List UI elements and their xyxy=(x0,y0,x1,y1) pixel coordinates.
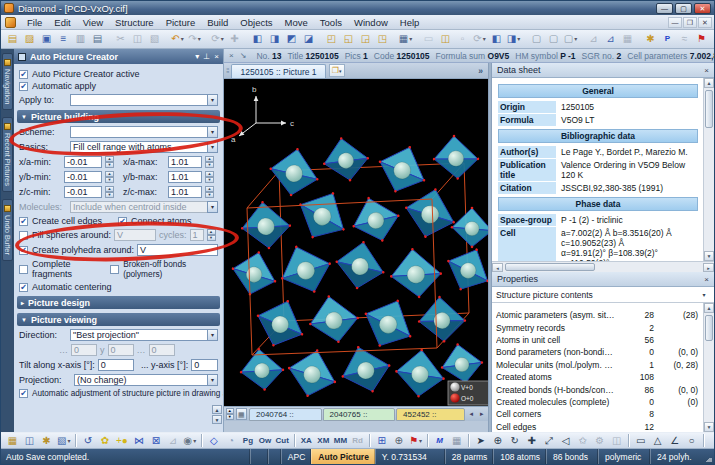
add-atom-icon[interactable]: +● xyxy=(114,433,129,448)
spinner[interactable]: ▲▼ xyxy=(205,171,214,183)
checkbox-broken-bonds[interactable]: Broken-off bonds (polymers) xyxy=(110,259,218,279)
chevron-down-icon[interactable]: ▾ xyxy=(207,126,218,138)
checkbox-checked[interactable]: ✔ xyxy=(19,82,28,91)
reset-view-icon[interactable]: ↺ xyxy=(80,433,95,448)
rotate-icon[interactable]: ↻ xyxy=(507,433,522,448)
table-row[interactable]: Atoms in unit cell56 xyxy=(496,334,700,346)
yb-max-field[interactable]: 1.01 xyxy=(168,171,202,183)
checkbox-create-cell-edges[interactable]: ✔ Create cell edges xyxy=(19,216,115,226)
mm-button[interactable]: MM xyxy=(333,433,348,448)
yb-min-field[interactable]: -0.01 xyxy=(64,171,102,183)
checkbox-apc-active[interactable]: ✔ Auto Picture Creator active xyxy=(19,69,218,79)
section-picture-design[interactable]: ▸ Picture design xyxy=(17,296,220,309)
rd-button[interactable]: Rd xyxy=(350,433,365,448)
scheme-select[interactable]: ▾ xyxy=(70,126,218,138)
wave-icon[interactable]: ≈ xyxy=(677,32,692,47)
cell-icon[interactable]: ⊞ xyxy=(374,433,389,448)
layout-full-icon[interactable]: ◪ xyxy=(301,32,316,47)
torsion-icon[interactable]: ∠ xyxy=(667,433,682,448)
zc-max-field[interactable]: 1.01 xyxy=(168,186,202,198)
table-view-icon[interactable]: ▦▾ xyxy=(398,32,413,47)
properties-filter-select[interactable]: Structure picture contents ▾ xyxy=(492,287,714,303)
sphere-mode-icon[interactable]: ◉▾ xyxy=(182,433,197,448)
basics-select[interactable]: Fill cell range with atoms▾ xyxy=(70,141,218,153)
structure-drawing[interactable]: bcaV+0O+0 xyxy=(224,79,488,406)
structure-canvas[interactable]: bcaV+0O+0 xyxy=(224,79,488,406)
properties-header[interactable]: Properties × xyxy=(492,272,714,287)
panel-header[interactable]: Auto Picture Creator ▾ ⊥ × xyxy=(14,49,223,64)
chevron-down-icon[interactable]: ▾ xyxy=(207,329,218,341)
properties-icon[interactable]: P xyxy=(660,32,675,47)
xm-button[interactable]: XM xyxy=(316,433,331,448)
network-icon[interactable]: ⊠ xyxy=(148,433,163,448)
checkbox-fill-spheres[interactable]: Fill spheres around: xyxy=(19,230,111,240)
swap-alt-icon[interactable]: ◨▾ xyxy=(506,32,521,47)
undo-icon[interactable]: ↶▾ xyxy=(170,32,185,47)
copy-view-icon[interactable]: ◫ xyxy=(22,433,37,448)
layout-left-icon[interactable]: ◧ xyxy=(250,32,265,47)
panel-scrollbar[interactable]: ▲ ▼ xyxy=(212,405,222,424)
anim-icon[interactable]: ◫ xyxy=(609,433,624,448)
tab-list-button[interactable]: ▦ xyxy=(236,408,247,420)
tools-icon[interactable]: ✱ xyxy=(643,32,658,47)
atoms-icon[interactable]: ✿ xyxy=(97,433,112,448)
ruler-icon[interactable]: ▭ xyxy=(633,433,648,448)
tab-picture-active[interactable]: 1250105 :: Picture 1 xyxy=(231,64,325,78)
picture-tab[interactable]: 2040764 :: Picture 1 xyxy=(249,408,322,421)
panel-close-icon[interactable]: × xyxy=(214,52,219,61)
grid-icon[interactable]: ▦ xyxy=(449,433,464,448)
open-icon[interactable]: ▨ xyxy=(22,32,37,47)
menu-window[interactable]: Window xyxy=(348,16,394,29)
picture-tab[interactable]: 2040765 :: Picture 1 xyxy=(323,408,396,421)
tab-scroll-right[interactable]: ▸ xyxy=(478,408,487,420)
panel-menu-icon[interactable]: ▾ xyxy=(195,52,199,61)
window-split-icon[interactable]: ◲ xyxy=(358,32,373,47)
datasheet-header[interactable]: Data sheet × xyxy=(492,63,714,78)
window-arrange-icon[interactable]: ◳ xyxy=(375,32,390,47)
tab-scroll-left[interactable]: ◂ xyxy=(467,408,476,420)
drag-handle-icon[interactable]: ⁞⁞ xyxy=(226,66,228,75)
blank-picture-icon[interactable]: ▭ xyxy=(421,32,436,47)
properties-scrollbar[interactable]: ▲ ▼ xyxy=(703,303,714,432)
copy-icon[interactable]: ◫ xyxy=(130,32,145,47)
spinner[interactable]: ▲▼ xyxy=(205,186,214,198)
overview-button[interactable]: Ow xyxy=(257,433,272,448)
settings-icon[interactable]: ⚙ xyxy=(592,433,607,448)
layout-right-icon[interactable]: ◨ xyxy=(267,32,282,47)
tilt-icon[interactable]: ◁ xyxy=(558,433,573,448)
measure-icon[interactable]: M xyxy=(432,433,447,448)
projection-select[interactable]: (No change)▾ xyxy=(74,374,218,386)
window-tile-icon[interactable]: ◱ xyxy=(341,32,356,47)
frame2-icon[interactable]: ▢ xyxy=(546,32,561,47)
redo-icon[interactable]: ↷▾ xyxy=(187,32,202,47)
tab-spinner[interactable]: ▲▼ xyxy=(226,408,234,420)
new-picture-button[interactable]: ❐▾ xyxy=(329,64,345,77)
frame3-icon[interactable]: ▢▾ xyxy=(563,32,578,47)
mdi-close-button[interactable]: ✕ xyxy=(698,17,712,28)
picture-tools-icon[interactable]: ✱ xyxy=(39,433,54,448)
dock-tab-recent-pictures[interactable]: Recent Pictures xyxy=(2,117,13,192)
menu-edit[interactable]: Edit xyxy=(48,16,76,29)
swap-icon[interactable]: ◧ xyxy=(489,32,504,47)
radius-icon[interactable]: ○ xyxy=(684,433,699,448)
table-row[interactable]: Atomic parameters (asym. sites)28(28) xyxy=(496,309,700,321)
apply-to-select[interactable]: ▾ xyxy=(70,94,218,106)
table-row[interactable]: Cell edges12 xyxy=(496,421,700,432)
table-row[interactable]: Created bonds (H-bonds/contacts)86(0, 0) xyxy=(496,383,700,395)
datasheet-scrollbar[interactable]: ▲ ▼ xyxy=(703,78,714,261)
menu-view[interactable]: View xyxy=(77,16,109,29)
powder-pattern-icon[interactable]: ⊿ xyxy=(603,32,618,47)
add-icon[interactable]: ✚ xyxy=(227,32,242,47)
table-row[interactable]: Created molecules (complete)0(0) xyxy=(496,396,700,408)
bonds-icon[interactable]: ⋈ xyxy=(131,433,146,448)
spinner[interactable]: ▲▼ xyxy=(105,186,114,198)
frame1-icon[interactable]: ▢ xyxy=(529,32,544,47)
table-row[interactable]: Cell corners8 xyxy=(496,408,700,420)
tilt-x-field[interactable]: 0 xyxy=(98,359,134,371)
table-row[interactable]: Molecular units (mol./polym. sites)1(0, … xyxy=(496,359,700,371)
datasheet-close-icon[interactable]: × xyxy=(704,66,709,75)
print-icon[interactable]: ▤ xyxy=(90,32,105,47)
menu-help[interactable]: Help xyxy=(394,16,426,29)
checkbox-checked[interactable]: ✔ xyxy=(19,70,28,79)
packing-button[interactable]: Pg xyxy=(240,433,255,448)
